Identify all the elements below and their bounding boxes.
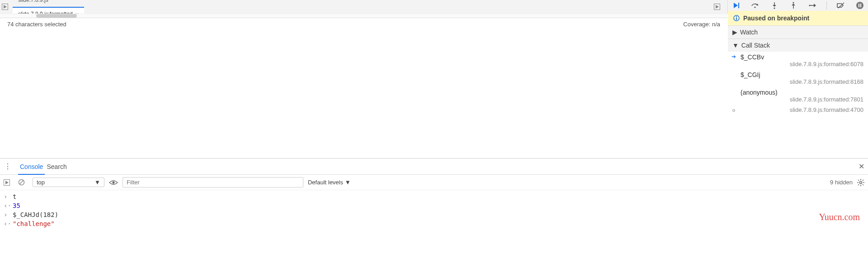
chevron-down-icon: ▼	[345, 179, 351, 186]
svg-point-20	[860, 181, 862, 183]
console-filter-input[interactable]	[123, 177, 303, 188]
callstack-frame[interactable]: $_CGIjslide.7.8.9.js:formatted:8168	[728, 69, 868, 87]
deactivate-breakpoints-button[interactable]	[835, 0, 846, 11]
chevron-right-icon: ▶	[732, 29, 737, 36]
context-selector[interactable]: top▼	[33, 178, 104, 187]
svg-rect-15	[736, 16, 737, 17]
run-snippet-icon[interactable]	[714, 4, 726, 10]
editor-tab[interactable]: slide.7.8.9.js	[13, 0, 84, 7]
svg-rect-11	[859, 4, 859, 7]
step-button[interactable]	[807, 0, 818, 11]
drawer-menu-icon[interactable]: ⋮	[4, 162, 12, 171]
svg-line-27	[858, 184, 859, 185]
debugger-toolbar	[728, 0, 868, 11]
resume-button[interactable]	[731, 0, 741, 11]
hidden-count[interactable]: 9 hidden	[830, 179, 853, 186]
svg-rect-2	[738, 3, 739, 8]
live-expression-icon[interactable]	[109, 180, 118, 185]
console-settings-icon[interactable]	[857, 179, 864, 186]
svg-point-9	[809, 5, 810, 6]
svg-line-28	[863, 180, 863, 181]
svg-line-25	[858, 180, 859, 181]
console-row[interactable]: ‹·35	[4, 201, 864, 210]
console-output[interactable]: ›t‹·35›$_CAHJd(182)‹·"challenge"	[0, 190, 868, 230]
chevron-down-icon: ▼	[94, 179, 100, 186]
svg-rect-14	[736, 18, 737, 20]
coverage-status: Coverage: n/a	[683, 21, 720, 28]
paused-banner: Paused on breakpoint	[728, 11, 868, 25]
console-sidebar-toggle-icon[interactable]	[4, 179, 14, 186]
drawer-close-icon[interactable]: ✕	[859, 162, 864, 171]
svg-point-7	[793, 2, 794, 3]
info-icon	[733, 15, 740, 21]
watermark: Yuucn.com	[819, 212, 860, 222]
callstack-frame[interactable]: (anonymous)slide.7.8.9.js:formatted:7801	[728, 87, 868, 105]
step-over-button[interactable]	[750, 0, 760, 11]
callstack-section-header[interactable]: ▼Call Stack	[728, 39, 868, 52]
console-filterbar: top▼ Default levels ▼ 9 hidden	[0, 175, 868, 190]
step-into-button[interactable]	[769, 0, 780, 11]
callstack-frame[interactable]: oslide.7.8.9.js:formatted:4700	[728, 105, 868, 115]
console-row[interactable]: ›t	[4, 192, 864, 201]
svg-point-19	[112, 181, 114, 183]
console-row[interactable]: ‹·"challenge"	[4, 219, 864, 228]
svg-line-26	[863, 184, 863, 185]
callstack-frame[interactable]: $_CCBvslide.7.8.9.js:formatted:6078	[728, 52, 868, 69]
drawer-tabbar: ⋮ ConsoleSearch ✕	[0, 159, 868, 175]
play-frame-icon[interactable]	[2, 4, 13, 10]
selection-status: 74 characters selected	[7, 21, 66, 28]
pause-exceptions-button[interactable]	[854, 0, 865, 11]
chevron-down-icon: ▼	[732, 42, 739, 49]
editor-statusbar: 74 characters selected Coverage: n/a	[0, 18, 727, 30]
step-out-button[interactable]	[788, 0, 799, 11]
svg-point-3	[755, 6, 756, 8]
drawer-tab[interactable]: Console	[18, 159, 45, 175]
watch-section-header[interactable]: ▶Watch	[728, 26, 868, 38]
svg-point-5	[774, 7, 775, 9]
horizontal-scrollbar[interactable]	[0, 14, 727, 18]
svg-rect-12	[860, 4, 861, 7]
log-levels-selector[interactable]: Default levels ▼	[308, 179, 351, 186]
editor-tabbar: slide.7.8.9.jsslide.7.8.9.js:formatted×	[0, 0, 727, 14]
console-row[interactable]: ›$_CAHJd(182)	[4, 210, 864, 219]
clear-console-icon[interactable]	[18, 179, 28, 186]
svg-line-18	[19, 180, 24, 184]
drawer-tab[interactable]: Search	[45, 159, 68, 174]
